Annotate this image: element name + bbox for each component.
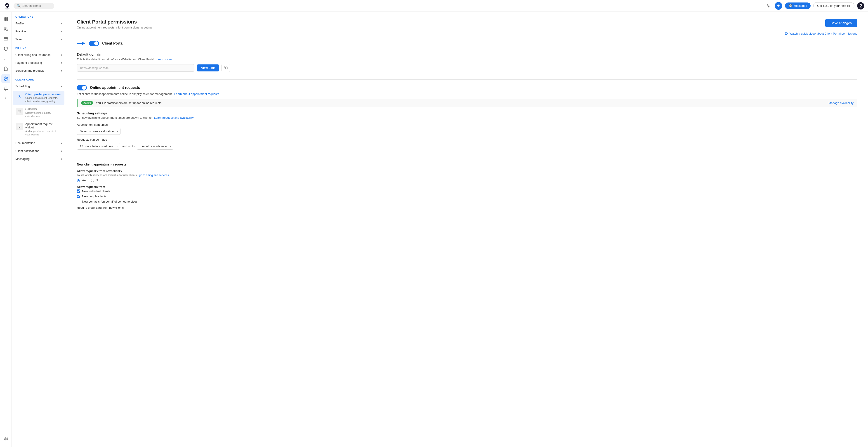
sidebar-item-calendar[interactable]: Calendar Display settings, alerts, calen… — [13, 106, 64, 120]
nav-shield[interactable] — [1, 44, 10, 53]
nav-documents[interactable] — [1, 64, 10, 73]
save-button[interactable]: Save changes — [825, 19, 857, 27]
url-row: View Link — [77, 64, 857, 72]
active-badge: Active — [81, 101, 93, 105]
svg-point-20 — [19, 96, 20, 96]
add-button[interactable]: + — [775, 2, 782, 10]
svg-point-16 — [6, 97, 6, 97]
calendar-title: Calendar — [25, 108, 61, 111]
sidebar-item-documentation[interactable]: Documentation ▾ — [12, 139, 66, 147]
default-domain-section: Default domain This is the default domai… — [77, 53, 857, 72]
new-client-title: New client appointment requests — [77, 162, 857, 166]
chevron-icon: ▾ — [61, 69, 62, 72]
sidebar-item-team[interactable]: Team ▾ — [12, 35, 66, 43]
analytics-icon[interactable] — [765, 2, 772, 9]
learn-more-link[interactable]: Learn more — [157, 58, 172, 61]
online-appt-desc: Let clients request appointments online … — [77, 92, 857, 96]
manage-availability-link[interactable]: Manage availability — [829, 101, 854, 105]
default-domain-title: Default domain — [77, 53, 857, 56]
main-content: Client Portal permissions Online appoint… — [66, 12, 868, 447]
view-link-button[interactable]: View Link — [197, 64, 219, 71]
svg-rect-4 — [4, 18, 5, 19]
nav-announce[interactable] — [1, 434, 10, 443]
sidebar-item-services-products[interactable]: Services and products ▾ — [12, 67, 66, 74]
svg-point-8 — [4, 27, 6, 29]
page-header: Client Portal permissions Online appoint… — [77, 19, 857, 29]
radio-yes[interactable]: Yes — [77, 179, 86, 182]
client-portal-toggle[interactable] — [89, 41, 99, 46]
sidebar-item-client-notifications[interactable]: Client notifications ▾ — [12, 147, 66, 155]
search-bar[interactable]: 🔍 — [13, 3, 54, 9]
chevron-icon: ▾ — [61, 142, 62, 145]
learn-availability-link[interactable]: Learn about setting availability — [154, 116, 193, 119]
active-row: Active You + 2 practitioners are set up … — [77, 99, 857, 107]
svg-rect-25 — [18, 125, 21, 127]
search-input[interactable] — [22, 4, 51, 7]
start-times-field: Appointment start times Based on service… — [77, 123, 857, 135]
nav-more[interactable] — [1, 94, 10, 103]
checkbox-input-0[interactable] — [77, 189, 80, 193]
sidebar-item-client-billing[interactable]: Client billing and insurance ▾ — [12, 51, 66, 59]
require-cc-label: Require credit card from new clients — [77, 206, 857, 209]
sidebar-item-appointment-widget[interactable]: Appointment request widget Add appointme… — [13, 120, 64, 138]
nav-home[interactable] — [1, 14, 10, 24]
logo[interactable] — [4, 2, 11, 9]
allow-label: Allow requests from new clients — [77, 169, 857, 173]
sched-desc: Set how available appointment times are … — [77, 116, 857, 119]
client-portal-toggle-label: Client Portal — [102, 41, 123, 46]
nav-settings[interactable] — [1, 74, 10, 83]
start-times-select[interactable]: Based on service duration — [77, 128, 121, 135]
online-appt-toggle[interactable] — [77, 85, 87, 90]
video-link[interactable]: Watch a quick video about Client Portal … — [785, 32, 857, 35]
nav-bell[interactable] — [1, 84, 10, 93]
chevron-icon: ▾ — [61, 38, 62, 41]
sidebar-item-profile[interactable]: Profile ▾ — [12, 20, 66, 27]
avatar[interactable] — [857, 2, 864, 9]
allow-from-label: Allow requests from — [77, 185, 857, 188]
sidebar-item-scheduling[interactable]: Scheduling ▴ — [12, 82, 66, 90]
radio-no[interactable]: No — [91, 179, 99, 182]
chevron-icon: ▾ — [61, 30, 62, 33]
nav-reports[interactable] — [1, 54, 10, 63]
online-appt-toggle-row: Online appointment requests — [77, 85, 857, 90]
sidebar: OPERATIONS Profile ▾ Practice ▾ Team ▾ B… — [12, 12, 66, 447]
checkbox-item-1[interactable]: New couple clients — [77, 195, 857, 198]
sched-title: Scheduling settings — [77, 112, 857, 115]
divider1 — [77, 79, 857, 80]
nav-clients[interactable] — [1, 24, 10, 33]
requests-months-wrapper: 3 months in advance — [137, 143, 174, 150]
requests-hours-select[interactable]: 12 hours before start time — [77, 143, 120, 150]
start-times-label: Appointment start times — [77, 123, 857, 126]
copy-button[interactable] — [221, 64, 230, 72]
online-appt-label: Online appointment requests — [90, 86, 140, 90]
svg-point-15 — [6, 98, 6, 99]
billing-services-link[interactable]: go to billing and services — [139, 174, 168, 177]
sidebar-item-practice[interactable]: Practice ▾ — [12, 27, 66, 35]
svg-point-14 — [5, 78, 6, 79]
chevron-icon: ▾ — [61, 61, 62, 64]
learn-appt-link[interactable]: Learn about appointment requests — [174, 92, 219, 96]
checkbox-item-2[interactable]: New contacts (on behalf of someone else) — [77, 200, 857, 203]
chevron-icon: ▾ — [61, 157, 62, 160]
chevron-icon: ▾ — [61, 22, 62, 25]
sidebar-item-messaging[interactable]: Messaging ▾ — [12, 155, 66, 163]
svg-rect-7 — [6, 20, 7, 21]
requests-months-select[interactable]: 3 months in advance — [137, 143, 174, 150]
svg-rect-9 — [4, 37, 8, 40]
operations-label: OPERATIONS — [12, 12, 66, 20]
chat-icon: 💬 — [789, 4, 792, 7]
promo-button[interactable]: Get $150 off your next bill — [813, 2, 855, 9]
client-portal-toggle-row: Client Portal — [77, 41, 857, 46]
sidebar-item-client-portal[interactable]: Client portal permissions Online appoint… — [13, 91, 64, 105]
chevron-icon: ▾ — [61, 53, 62, 57]
sidebar-item-payment-processing[interactable]: Payment processing ▾ — [12, 59, 66, 67]
nav-billing[interactable] — [1, 34, 10, 43]
checkbox-input-1[interactable] — [77, 195, 80, 198]
chevron-up-icon: ▴ — [61, 85, 62, 88]
checkbox-input-2[interactable] — [77, 200, 80, 203]
messages-button[interactable]: 💬 Messages — [785, 2, 811, 9]
widget-title: Appointment request widget — [25, 122, 61, 129]
url-input[interactable] — [77, 64, 194, 72]
checkbox-item-0[interactable]: New individual clients — [77, 189, 857, 193]
client-portal-desc: Online appointment requests, client perm… — [25, 96, 61, 103]
